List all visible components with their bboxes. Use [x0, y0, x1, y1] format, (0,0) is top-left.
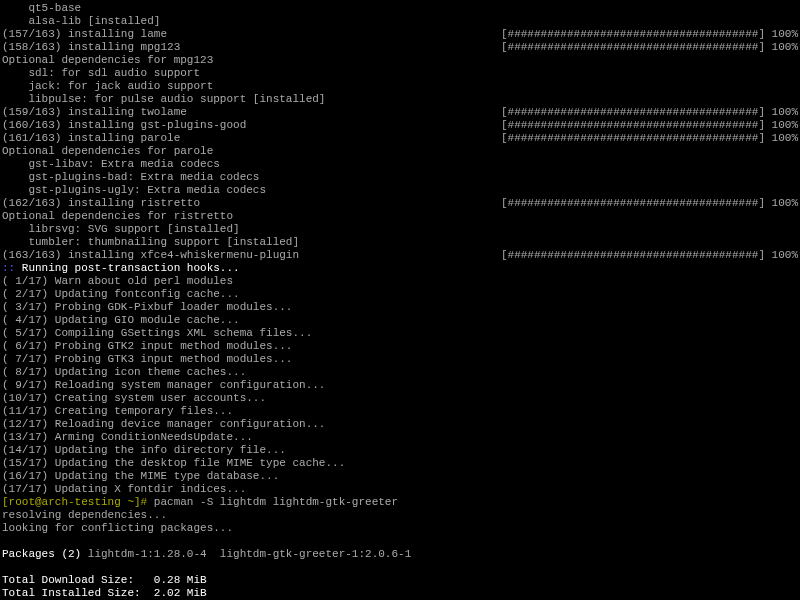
hook-line: ( 7/17) Probing GTK3 input method module… [2, 353, 798, 366]
install-label: (159/163) installing twolame [2, 106, 187, 119]
shell-prompt-line: [root@arch-testing ~]# pacman -S lightdm… [2, 496, 798, 509]
hook-line: (13/17) Arming ConditionNeedsUpdate... [2, 431, 798, 444]
install-label: (160/163) installing gst-plugins-good [2, 119, 246, 132]
install-progress-row: (158/163) installing mpg123 [###########… [2, 41, 798, 54]
hook-line: (12/17) Reloading device manager configu… [2, 418, 798, 431]
hook-line: ( 2/17) Updating fontconfig cache... [2, 288, 798, 301]
optional-deps-header: Optional dependencies for parole [2, 145, 798, 158]
optional-dep-line: gst-libav: Extra media codecs [2, 158, 798, 171]
progress-bar: [######################################]… [501, 41, 798, 54]
hook-line: ( 4/17) Updating GIO module cache... [2, 314, 798, 327]
packages-summary: Packages (2) lightdm-1:1.28.0-4 lightdm-… [2, 548, 798, 561]
optional-dep-line: libpulse: for pulse audio support [insta… [2, 93, 798, 106]
hook-line: (16/17) Updating the MIME type database.… [2, 470, 798, 483]
hook-line: (11/17) Creating temporary files... [2, 405, 798, 418]
progress-bar: [######################################]… [501, 197, 798, 210]
installed-size: Total Installed Size: 2.02 MiB [2, 587, 798, 600]
progress-bar: [######################################]… [501, 106, 798, 119]
checking-conflicts: looking for conflicting packages... [2, 522, 798, 535]
optional-deps-header: Optional dependencies for mpg123 [2, 54, 798, 67]
install-label: (162/163) installing ristretto [2, 197, 200, 210]
download-size: Total Download Size: 0.28 MiB [2, 574, 798, 587]
optional-dep-line: gst-plugins-ugly: Extra media codecs [2, 184, 798, 197]
install-progress-row: (161/163) installing parole [###########… [2, 132, 798, 145]
hook-line: ( 8/17) Updating icon theme caches... [2, 366, 798, 379]
install-progress-row: (162/163) installing ristretto [########… [2, 197, 798, 210]
progress-bar: [######################################]… [501, 132, 798, 145]
resolving-deps: resolving dependencies... [2, 509, 798, 522]
install-progress-row: (159/163) installing twolame [##########… [2, 106, 798, 119]
install-progress-row: (160/163) installing gst-plugins-good [#… [2, 119, 798, 132]
install-label: (157/163) installing lame [2, 28, 167, 41]
hook-line: (17/17) Updating X fontdir indices... [2, 483, 798, 496]
terminal-output[interactable]: qt5-base alsa-lib [installed] (157/163) … [2, 2, 798, 600]
install-label: (158/163) installing mpg123 [2, 41, 180, 54]
shell-prompt: [root@arch-testing ~]# [2, 496, 154, 508]
progress-bar: [######################################]… [501, 28, 798, 41]
hook-line: ( 3/17) Probing GDK-Pixbuf loader module… [2, 301, 798, 314]
install-label: (163/163) installing xfce4-whiskermenu-p… [2, 249, 299, 262]
optional-dep-line: gst-plugins-bad: Extra media codecs [2, 171, 798, 184]
install-progress-row: (163/163) installing xfce4-whiskermenu-p… [2, 249, 798, 262]
command-text: pacman -S lightdm lightdm-gtk-greeter [154, 496, 398, 508]
blank-line [2, 535, 798, 548]
optional-dep-line: tumbler: thumbnailing support [installed… [2, 236, 798, 249]
hook-line: ( 5/17) Compiling GSettings XML schema f… [2, 327, 798, 340]
hook-line: (14/17) Updating the info directory file… [2, 444, 798, 457]
colon-colon-icon: :: [2, 262, 22, 274]
install-label: (161/163) installing parole [2, 132, 180, 145]
optional-dep-line: sdl: for sdl audio support [2, 67, 798, 80]
pkg-dep-line: alsa-lib [installed] [2, 15, 798, 28]
optional-deps-header: Optional dependencies for ristretto [2, 210, 798, 223]
hook-line: ( 6/17) Probing GTK2 input method module… [2, 340, 798, 353]
optional-dep-line: jack: for jack audio support [2, 80, 798, 93]
optional-dep-line: librsvg: SVG support [installed] [2, 223, 798, 236]
progress-bar: [######################################]… [501, 119, 798, 132]
blank-line [2, 561, 798, 574]
install-progress-row: (157/163) installing lame [#############… [2, 28, 798, 41]
hook-line: ( 1/17) Warn about old perl modules [2, 275, 798, 288]
hooks-header: :: Running post-transaction hooks... [2, 262, 798, 275]
progress-bar: [######################################]… [501, 249, 798, 262]
hook-line: (15/17) Updating the desktop file MIME t… [2, 457, 798, 470]
hook-line: (10/17) Creating system user accounts... [2, 392, 798, 405]
hook-line: ( 9/17) Reloading system manager configu… [2, 379, 798, 392]
pkg-dep-line: qt5-base [2, 2, 798, 15]
